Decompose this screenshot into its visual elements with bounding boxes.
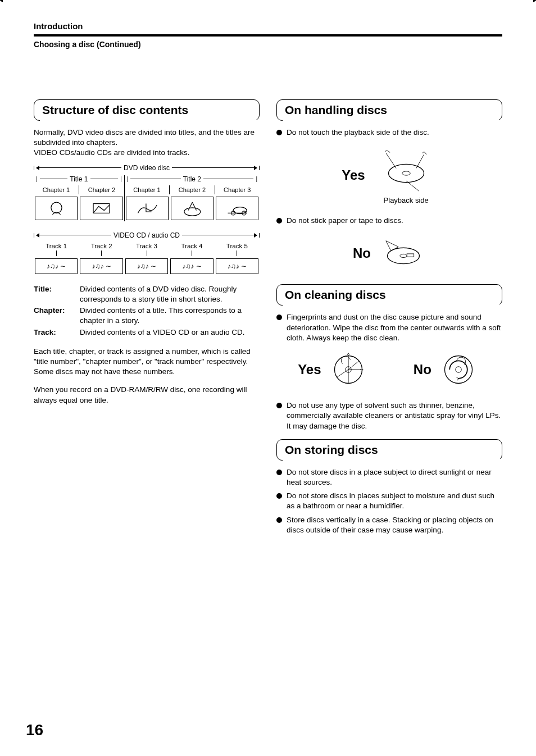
disc-tape-icon bbox=[381, 234, 426, 273]
storing-heading: On storing discs bbox=[276, 439, 502, 461]
music-notes-icon: ♪♫♪ ∼ bbox=[35, 258, 78, 274]
def-term-track: Track: bbox=[34, 327, 80, 338]
header-rule bbox=[34, 34, 502, 37]
music-notes-icon: ♪♫♪ ∼ bbox=[80, 258, 122, 274]
title2-label: Title 2 bbox=[183, 175, 201, 183]
def-term-chapter: Chapter: bbox=[34, 306, 80, 326]
structure-p2: VIDEO CDs/audio CDs are divided into tra… bbox=[34, 148, 190, 157]
bullet-icon bbox=[276, 218, 282, 224]
wipe-outward-icon bbox=[326, 350, 371, 389]
track-label: Track 4 bbox=[181, 243, 202, 249]
cleaning-heading: On cleaning discs bbox=[276, 284, 502, 306]
handling-bullet-1: Do not touch the playback side of the di… bbox=[276, 127, 502, 138]
t2-chapter: Chapter 3 bbox=[215, 185, 260, 194]
handling-no-illustration: No bbox=[276, 234, 502, 273]
chapter-thumb-icon bbox=[80, 197, 122, 220]
playback-side-label: Playback side bbox=[384, 196, 429, 204]
two-column-layout: Structure of disc contents Normally, DVD… bbox=[34, 99, 502, 539]
chapter-thumb-icon bbox=[171, 197, 214, 220]
yes-label: Yes bbox=[342, 167, 365, 183]
recording-note: When you record on a DVD-RAM/R/RW disc, … bbox=[34, 385, 260, 405]
bullet-icon bbox=[276, 493, 282, 499]
bullet-icon bbox=[276, 517, 282, 523]
cd-span-label: VIDEO CD / audio CD bbox=[113, 231, 180, 239]
dvd-span-label: DVD video disc bbox=[124, 164, 170, 172]
music-notes-icon: ♪♫♪ ∼ bbox=[216, 258, 258, 274]
subsection-header: Choosing a disc (Continued) bbox=[34, 40, 502, 49]
no-label: No bbox=[353, 245, 371, 261]
bullet-icon bbox=[276, 403, 282, 408]
cleaning-bullet-2: Do not use any type of solvent such as t… bbox=[276, 400, 502, 431]
chapter-thumb-icon bbox=[126, 197, 169, 220]
disc-hold-icon bbox=[375, 145, 437, 196]
right-column: On handling discs Do not touch the playb… bbox=[276, 99, 502, 539]
page-number: 16 bbox=[26, 721, 43, 739]
track-label: Track 2 bbox=[91, 243, 112, 249]
track-label: Track 5 bbox=[226, 243, 248, 249]
chapter-thumb-icon bbox=[216, 197, 258, 220]
track-label: Track 3 bbox=[136, 243, 157, 249]
t2-chapter: Chapter 1 bbox=[125, 185, 169, 194]
music-notes-icon: ♪♫♪ ∼ bbox=[170, 258, 213, 274]
svg-point-0 bbox=[51, 202, 62, 213]
def-desc-chapter: Divided contents of a title. This corres… bbox=[80, 306, 260, 326]
storing-bullet-3: Store discs vertically in a case. Stacki… bbox=[276, 515, 502, 535]
svg-point-13 bbox=[444, 356, 472, 384]
cleaning-bullet-1: Fingerprints and dust on the disc cause … bbox=[276, 312, 502, 343]
storing-bullet-2: Do not store discs in places subject to … bbox=[276, 491, 502, 511]
track-label: Track 1 bbox=[46, 243, 67, 249]
bullet-icon bbox=[276, 470, 282, 475]
definitions-list: Title: Divided contents of a DVD video d… bbox=[34, 284, 260, 338]
svg-rect-10 bbox=[407, 254, 414, 257]
wipe-circular-icon bbox=[436, 350, 481, 389]
numbering-note: Each title, chapter, or track is assigne… bbox=[34, 347, 260, 377]
structure-intro: Normally, DVD video discs are divided in… bbox=[34, 127, 260, 158]
def-term-title: Title: bbox=[34, 284, 80, 304]
def-desc-track: Divided contents of a VIDEO CD or an aud… bbox=[80, 327, 260, 338]
left-column: Structure of disc contents Normally, DVD… bbox=[34, 99, 260, 539]
handling-yes-illustration: Yes Playback side bbox=[276, 145, 502, 204]
svg-point-14 bbox=[456, 367, 462, 373]
yes-label: Yes bbox=[298, 362, 321, 377]
chapter-thumb-icon bbox=[35, 197, 78, 220]
section-header: Introduction bbox=[34, 21, 502, 31]
handling-bullet-2: Do not stick paper or tape to discs. bbox=[276, 216, 502, 226]
t2-chapter: Chapter 2 bbox=[169, 185, 214, 194]
music-notes-icon: ♪♫♪ ∼ bbox=[125, 258, 168, 274]
bullet-icon bbox=[276, 130, 282, 135]
svg-point-9 bbox=[400, 254, 407, 258]
structure-heading: Structure of disc contents bbox=[34, 99, 260, 121]
def-desc-title: Divided contents of a DVD video disc. Ro… bbox=[80, 284, 260, 304]
structure-p1: Normally, DVD video discs are divided in… bbox=[34, 128, 255, 147]
storing-bullet-1: Do not store discs in a place subject to… bbox=[276, 467, 502, 488]
cleaning-illustration-pair: Yes No bbox=[276, 350, 502, 389]
t1-chapter: Chapter 2 bbox=[79, 185, 124, 194]
bullet-icon bbox=[276, 315, 282, 320]
svg-point-7 bbox=[402, 171, 410, 175]
handling-heading: On handling discs bbox=[276, 99, 502, 121]
cd-diagram: VIDEO CD / audio CD Track 1 Track 2 Trac… bbox=[34, 231, 260, 274]
t1-chapter: Chapter 1 bbox=[34, 185, 79, 194]
no-label: No bbox=[414, 362, 431, 377]
svg-point-6 bbox=[388, 165, 424, 183]
svg-point-2 bbox=[184, 207, 200, 215]
title1-label: Title 1 bbox=[70, 175, 88, 183]
dvd-diagram: DVD video disc | Title 1 | Chapter 1 Cha… bbox=[34, 164, 260, 221]
